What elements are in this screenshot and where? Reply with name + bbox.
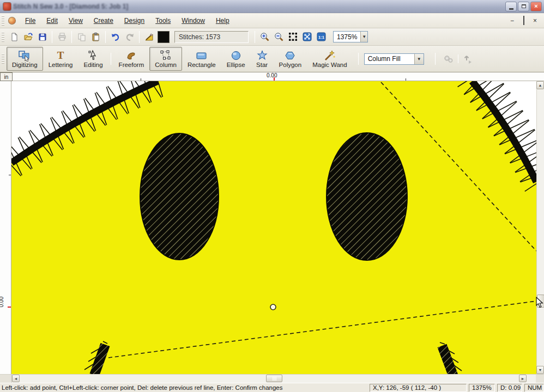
mdi-close-button[interactable]: ×: [531, 17, 539, 24]
zoom-out-button[interactable]: [272, 30, 286, 44]
toolbar2-grip[interactable]: [2, 54, 4, 64]
vertical-ruler: 0.00: [0, 81, 11, 374]
menu-edit[interactable]: Edit: [41, 15, 63, 27]
tool-rectangle[interactable]: Rectangle: [182, 47, 221, 71]
ruler-tick: [9, 175, 11, 175]
scroll-up-button[interactable]: ▲: [536, 81, 544, 89]
zoom-one-to-one-icon: 1:1: [316, 32, 327, 42]
status-coordinates: X,Y: 126, -59 ( 112, -40 ): [370, 384, 467, 392]
left-eye[interactable]: [140, 133, 219, 260]
print-icon: [57, 32, 67, 42]
toolbar1-grip[interactable]: [2, 32, 4, 42]
zoom-out-icon: [274, 32, 284, 42]
gears-icon: [443, 54, 454, 64]
menu-tools[interactable]: Tools: [150, 15, 176, 27]
v-ruler-origin-label: 0.00: [0, 297, 4, 307]
undo-button[interactable]: [108, 30, 122, 44]
scrollbar-corner: [0, 375, 12, 383]
print-button[interactable]: [55, 30, 69, 44]
separator: [358, 53, 359, 65]
svg-text:1:1: 1:1: [318, 35, 324, 40]
separator: [52, 31, 52, 43]
scroll-right-button[interactable]: ►: [519, 375, 527, 382]
ruler-units-button[interactable]: in: [0, 72, 13, 81]
separator: [255, 31, 255, 43]
menu-create[interactable]: Create: [88, 15, 119, 27]
mdi-restore-button[interactable]: [520, 17, 527, 24]
tool-magic-wand[interactable]: Magic Wand: [307, 47, 353, 71]
redo-button[interactable]: [123, 30, 136, 44]
tool-column[interactable]: Column: [149, 47, 182, 71]
menu-view[interactable]: View: [63, 15, 88, 27]
tool-ellipse[interactable]: Ellipse: [221, 47, 251, 71]
star-icon: [256, 49, 268, 62]
lettering-icon: T: [57, 49, 64, 62]
right-eye[interactable]: [327, 133, 407, 260]
zoom-in-icon: [259, 32, 270, 42]
scroll-left-button[interactable]: ◄: [12, 375, 20, 382]
paste-button[interactable]: [89, 30, 102, 44]
chevron-down-icon[interactable]: ▼: [360, 32, 367, 42]
stitch-point-marker[interactable]: [270, 304, 276, 310]
column-icon: [159, 49, 172, 62]
digitizing-icon: [17, 49, 32, 62]
status-numlock: NUM: [524, 384, 544, 392]
thread-color-swatch[interactable]: [158, 31, 170, 43]
paste-icon: [91, 32, 101, 42]
chevron-down-icon[interactable]: ▼: [414, 54, 424, 64]
zoom-in-button[interactable]: [258, 30, 271, 44]
magic-wand-icon: [323, 49, 336, 62]
menu-window[interactable]: Window: [176, 15, 210, 27]
tool-polygon[interactable]: Polygon: [274, 47, 307, 71]
tool-digitizing[interactable]: Digitizing: [7, 47, 43, 71]
ruler-origin-tick: [8, 307, 11, 308]
fill-type-combo[interactable]: Column Fill ▼: [364, 53, 424, 65]
open-button[interactable]: [21, 30, 35, 44]
undo-icon: [111, 32, 120, 42]
tool-lettering[interactable]: T Lettering: [43, 47, 78, 71]
mdi-minimize-button[interactable]: −: [509, 17, 516, 24]
horizontal-scrollbar[interactable]: ◄ ►: [0, 374, 544, 383]
menu-design[interactable]: Design: [119, 15, 150, 27]
design-pencil-icon: [144, 32, 154, 42]
horizontal-ruler: 0.00: [13, 72, 544, 81]
zoom-selection-button[interactable]: [286, 30, 300, 44]
separator: [111, 53, 111, 65]
open-folder-icon: [23, 32, 33, 42]
vertical-scrollbar[interactable]: ▲ ▼: [536, 81, 544, 374]
redo-icon: [125, 32, 135, 42]
minimize-icon: [509, 8, 513, 10]
mouse-cursor: [536, 297, 544, 309]
save-button[interactable]: [35, 30, 49, 44]
toolbar-grip[interactable]: [2, 16, 4, 26]
window-title: Stitch N Sew 3.0 - [Diamond 5: Job 1]: [13, 3, 128, 10]
menu-file[interactable]: File: [20, 15, 41, 27]
copy-button[interactable]: [75, 30, 88, 44]
tool-editing[interactable]: Editing: [78, 47, 108, 71]
ruler-origin-tick: [274, 77, 275, 81]
apply-button[interactable]: [461, 52, 474, 66]
close-button[interactable]: ×: [530, 2, 542, 11]
tool-freeform[interactable]: Freeform: [113, 47, 150, 71]
menu-help[interactable]: Help: [210, 15, 235, 27]
new-button[interactable]: [7, 30, 21, 44]
scroll-down-button[interactable]: ▼: [536, 366, 544, 374]
separator: [435, 53, 436, 65]
stitch-count-field: Stitches: 1573: [174, 31, 249, 43]
minimize-button[interactable]: [505, 2, 517, 11]
object-properties-button[interactable]: [442, 52, 456, 66]
zoom-level-combo[interactable]: 1375% ▼: [333, 31, 368, 42]
horizontal-scroll-thumb[interactable]: [266, 375, 282, 382]
status-bar: Left-click: add point, Ctrl+Left-click: …: [0, 383, 544, 392]
design-mode-button[interactable]: [142, 30, 156, 44]
standard-toolbar: Stitches: 1573 1:1 1375% ▼: [0, 28, 544, 46]
separator: [139, 31, 140, 43]
zoom-actual-size-button[interactable]: 1:1: [315, 30, 328, 44]
save-floppy-icon: [38, 32, 47, 42]
ruler-tick: [406, 78, 406, 81]
tool-star[interactable]: Star: [251, 47, 274, 71]
zoom-fit-button[interactable]: [300, 30, 314, 44]
design-canvas[interactable]: [11, 81, 536, 374]
document-icon: [9, 17, 15, 24]
restore-button[interactable]: [518, 2, 529, 11]
